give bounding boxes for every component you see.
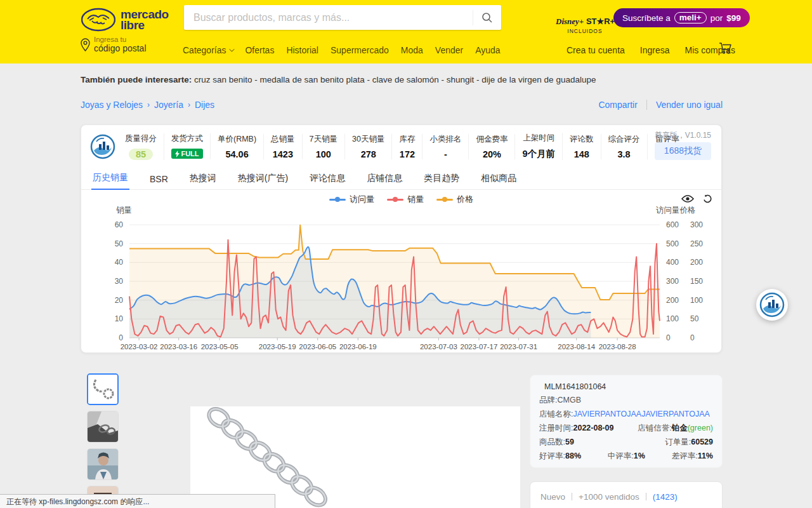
stat-label: 上架时间 [522,133,555,144]
stat-item: 质量得分85 [118,133,164,160]
stat-item: 小类排名- [422,134,469,159]
legend-label: 价格 [457,194,473,205]
tab-历史销量[interactable]: 历史销量 [91,167,129,190]
svg-text:0: 0 [690,333,695,342]
related-searches-links[interactable]: cruz san benito - medalla de san benito … [192,75,596,84]
meli-plus-subscribe-button[interactable]: Suscríbete a meli+ por $99 [613,8,750,27]
location-line1: Ingresa tu [94,36,147,43]
search-input[interactable] [184,12,473,23]
legend-label: 访问量 [350,194,374,205]
nav-item-crea-tu-cuenta[interactable]: Crea tu cuenta [566,45,625,55]
reviews-count-link[interactable]: (1423) [653,492,678,502]
order-count-value: 60529 [691,438,713,446]
search-icon [481,12,493,23]
postal-code-entry[interactable]: Ingresa tu código postal [81,36,147,53]
stats-row: 质量得分85发货方式FULL单价(RMB)54.06总销量14237天销量100… [90,133,613,160]
nav-item-vender[interactable]: Vender [435,45,463,55]
action-compartir[interactable]: Compartir [589,100,646,110]
svg-text:300: 300 [666,277,679,286]
buybox-card: Nuevo+1000 vendidos(1423) [530,481,723,508]
svg-text:0: 0 [119,333,123,342]
stat-value: - [429,149,461,159]
stat-item: 佣金费率20% [469,134,515,159]
legend-item-销量[interactable]: 销量 [387,194,424,205]
svg-text:2023-06-19: 2023-06-19 [339,343,377,351]
nav-item-ayuda[interactable]: Ayuda [475,45,500,55]
browser-status-bar: 正在等待 xp-files.lingdongsz.com 的响应... [0,494,275,508]
tab-热搜词[interactable]: 热搜词 [188,168,218,189]
product-id: MLM1641801064 [539,382,713,391]
chevron-down-icon [230,46,235,51]
svg-text:100: 100 [690,296,703,305]
nav-item-ingresa[interactable]: Ingresa [640,45,670,55]
stat-item: 总销量1423 [264,134,303,159]
analytics-tool-logo-icon [90,134,115,159]
tab-热搜词(广告)[interactable]: 热搜词(广告) [237,168,289,189]
legend-item-访问量[interactable]: 访问量 [329,194,374,205]
product-thumbnail-2[interactable] [87,411,119,443]
lightning-icon [175,150,180,157]
stat-label: 发货方式 [171,133,203,144]
stat-item: 7天销量100 [303,134,345,159]
legend-label: 销量 [407,194,424,205]
svg-text:40: 40 [115,258,124,267]
breadcrumb: Joyas y Relojes›Joyería›Dijes [81,100,214,110]
legend-item-价格[interactable]: 价格 [436,194,473,205]
tab-BSR[interactable]: BSR [148,169,169,189]
svg-text:20: 20 [115,296,124,305]
stat-value: FULL [171,149,203,159]
stat-label: 库存 [399,134,415,145]
stat-label: 佣金费率 [476,134,508,145]
item-count-label: 商品数: [539,438,565,446]
breadcrumb-link[interactable]: Joyas y Relojes [81,100,143,110]
chart-canvas: 0102030405060001005020010030015040020050… [81,190,721,354]
toggle-visibility-icon[interactable] [681,194,694,203]
cart-button[interactable] [719,42,733,57]
logo-text: mercado libre [121,9,169,30]
search-button[interactable] [473,5,501,30]
chart-legend: 访问量销量价格 [81,194,721,205]
nav-item-moda[interactable]: Moda [401,45,423,55]
quality-score-pill: 85 [129,149,153,160]
analytics-tabs: 历史销量BSR热搜词热搜词(广告)评论信息店铺信息类目趋势相似商品 [81,167,721,190]
nav-item-historial[interactable]: Historial [286,45,318,55]
product-thumbnail-3[interactable] [87,448,119,480]
product-main-image[interactable] [190,406,520,508]
mercadolibre-logo[interactable]: mercado libre [81,8,169,32]
nav-item-ofertas[interactable]: Ofertas [245,45,274,55]
stat-label: 单价(RMB) [218,134,256,145]
store-reputation-label: 店铺信誉: [638,424,671,432]
disney-logo: Disney+ [556,17,584,26]
svg-text:600: 600 [666,220,679,229]
meli-plus-badge: meli+ [674,12,707,23]
tab-店铺信息[interactable]: 店铺信息 [365,168,403,189]
search-bar [184,5,501,30]
brand: 品牌:CMGB [539,395,581,406]
tab-类目趋势[interactable]: 类目趋势 [422,168,461,189]
stat-value: 54.06 [218,149,256,159]
breadcrumb-link[interactable]: Dijes [195,100,214,110]
breadcrumb-link[interactable]: Joyería [154,100,183,110]
reset-chart-icon[interactable] [703,194,712,203]
nav-item-supermercado[interactable]: Supermercado [331,45,389,55]
tab-相似商品[interactable]: 相似商品 [480,168,518,189]
nav-item-categor-as[interactable]: Categorías [183,45,233,55]
svg-text:10: 10 [115,314,124,323]
find-1688-button[interactable]: 1688找货 [655,142,711,160]
store-name-link[interactable]: JAVIERPANTOJAAJAVIERPANTOJAA [573,410,709,418]
register-date-value: 2022-08-09 [573,424,613,432]
svg-text:2023-05-05: 2023-05-05 [201,343,239,351]
account-navigation: Crea tu cuentaIngresaMis compras [566,41,735,60]
store-reputation-value: 铂金 [672,424,688,432]
svg-text:30: 30 [115,277,124,286]
svg-text:60: 60 [115,220,124,229]
legend-marker [387,199,403,201]
svg-text:访问量价格: 访问量价格 [656,206,696,215]
analytics-floating-widget[interactable] [756,289,788,321]
cart-icon [719,42,733,55]
tab-评论信息[interactable]: 评论信息 [308,168,346,189]
svg-text:500: 500 [666,239,679,248]
product-thumbnail-1[interactable] [87,373,119,405]
action-vender-uno-igual[interactable]: Vender uno igual [646,100,731,110]
stat-item: 评论数148 [563,134,601,159]
